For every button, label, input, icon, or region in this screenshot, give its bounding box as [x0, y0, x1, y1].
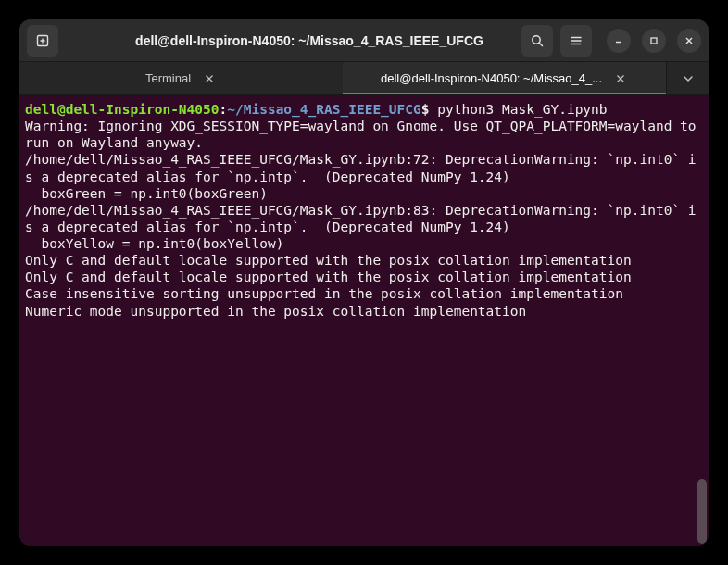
tab-label: dell@dell-Inspiron-N4050: ~/Missao_4_...	[381, 71, 602, 85]
maximize-icon	[649, 36, 659, 45]
tab-active-session[interactable]: dell@dell-Inspiron-N4050: ~/Missao_4_...	[343, 62, 666, 94]
maximize-button[interactable]	[642, 29, 666, 53]
output-line: Only C and default locale supported with…	[25, 270, 632, 284]
tab-label: Terminal	[145, 71, 191, 85]
output-line: boxYellow = np.int0(boxYellow)	[25, 236, 283, 251]
minimize-icon	[614, 36, 623, 45]
tab-close-button[interactable]	[202, 71, 217, 86]
terminal-content[interactable]: dell@dell-Inspiron-N4050:~/Missao_4_RAS_…	[19, 95, 709, 546]
close-icon	[205, 74, 214, 83]
close-icon	[684, 36, 694, 45]
tabs-dropdown-button[interactable]	[666, 62, 709, 94]
command-text: python3 Mask_GY.ipynb	[437, 102, 607, 117]
search-button[interactable]	[521, 25, 553, 56]
output-line: /home/dell/Missao_4_RAS_IEEE_UFCG/Mask_G…	[25, 203, 697, 234]
window-controls	[607, 29, 701, 53]
prompt-separator: :	[220, 102, 228, 117]
terminal-window: dell@dell-Inspiron-N4050: ~/Missao_4_RAS…	[19, 19, 709, 546]
prompt-path: ~/Missao_4_RAS_IEEE_UFCG	[227, 102, 421, 117]
new-tab-icon	[35, 33, 50, 48]
scrollbar-thumb[interactable]	[697, 479, 707, 544]
chevron-down-icon	[683, 73, 694, 84]
output-line: Case insensitive sorting unsupported in …	[25, 286, 623, 301]
new-tab-button[interactable]	[27, 25, 58, 56]
hamburger-icon	[569, 33, 584, 48]
tabs-row: Terminal dell@dell-Inspiron-N4050: ~/Mis…	[19, 62, 709, 95]
search-icon	[530, 33, 545, 48]
hamburger-menu-button[interactable]	[560, 25, 592, 56]
tab-terminal[interactable]: Terminal	[19, 62, 343, 94]
close-icon	[616, 74, 625, 83]
svg-rect-9	[651, 38, 657, 44]
prompt-symbol: $	[421, 102, 430, 117]
output-line: Only C and default locale supported with…	[25, 253, 632, 268]
output-line: /home/dell/Missao_4_RAS_IEEE_UFCG/Mask_G…	[25, 152, 697, 183]
minimize-button[interactable]	[607, 29, 631, 53]
output-line: Numeric mode unsupported in the posix co…	[25, 304, 526, 319]
window-title: dell@dell-Inspiron-N4050: ~/Missao_4_RAS…	[105, 33, 514, 48]
tab-close-button[interactable]	[613, 71, 628, 86]
output-line: Warning: Ignoring XDG_SESSION_TYPE=wayla…	[25, 119, 704, 150]
output-line: boxGreen = np.int0(boxGreen)	[25, 186, 268, 201]
svg-line-4	[539, 43, 542, 45]
close-button[interactable]	[677, 29, 701, 53]
titlebar: dell@dell-Inspiron-N4050: ~/Missao_4_RAS…	[19, 19, 709, 62]
prompt-user-host: dell@dell-Inspiron-N4050	[25, 102, 220, 117]
